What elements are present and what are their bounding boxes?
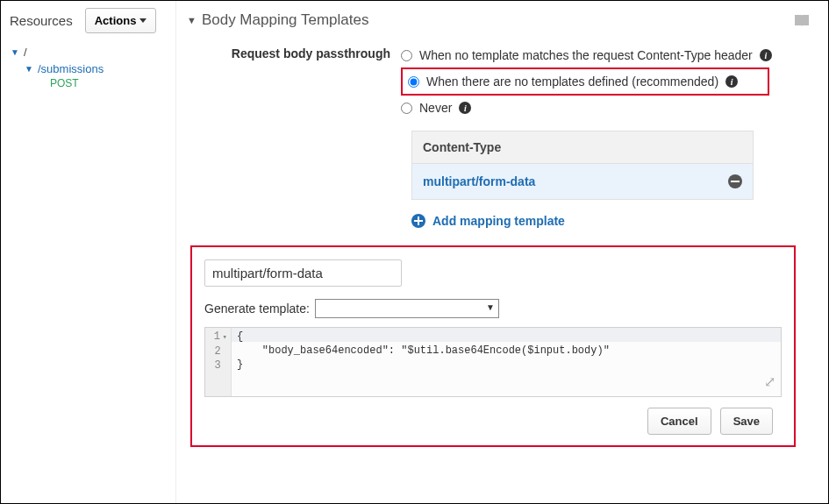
generate-template-select[interactable] (315, 299, 499, 318)
actions-button[interactable]: Actions (85, 8, 157, 33)
option-label: When no template matches the request Con… (419, 48, 753, 62)
chevron-down-icon: ▼ (187, 15, 197, 25)
tree-root-row[interactable]: ▼ / (10, 44, 167, 60)
sidebar-header: Resources Actions (10, 8, 167, 33)
content-type-header: Content-Type (412, 131, 753, 164)
info-icon[interactable]: i (459, 102, 471, 114)
app-frame: Resources Actions ▼ / ▼ /submissions POS… (0, 0, 829, 504)
add-mapping-label: Add mapping template (432, 214, 565, 228)
tree-method-label[interactable]: POST (10, 77, 167, 89)
add-mapping-template[interactable]: Add mapping template (411, 214, 812, 228)
docs-icon[interactable] (793, 13, 811, 32)
code-editor[interactable]: 1▾ 2 3 { "body_base64encoded": "$util.ba… (204, 327, 782, 397)
radio-input[interactable] (401, 50, 412, 61)
info-icon[interactable]: i (760, 49, 772, 61)
content-type-input[interactable] (204, 259, 402, 287)
generate-template-row: Generate template: (204, 299, 782, 318)
save-button[interactable]: Save (720, 408, 773, 435)
radio-input[interactable] (401, 103, 412, 114)
passthrough-label: Request body passthrough (225, 45, 401, 60)
passthrough-options: When no template matches the request Con… (401, 45, 812, 118)
option-label: When there are no templates defined (rec… (426, 75, 718, 89)
generate-template-label: Generate template: (204, 302, 310, 316)
chevron-down-icon (139, 18, 147, 23)
tree-child-label: /submissions (38, 62, 104, 75)
editor-code[interactable]: { "body_base64encoded": "$util.base64Enc… (232, 328, 781, 396)
content-type-value: multipart/form-data (423, 174, 535, 188)
section-title: Body Mapping Templates (202, 11, 369, 29)
twisty-icon[interactable]: ▼ (24, 64, 34, 74)
section-header[interactable]: ▼ Body Mapping Templates (182, 11, 812, 29)
tree-root-label: / (24, 46, 27, 59)
passthrough-block: Request body passthrough When no templat… (182, 45, 812, 118)
twisty-icon[interactable]: ▼ (10, 47, 20, 57)
cancel-button[interactable]: Cancel (647, 408, 711, 435)
expand-icon[interactable]: ⤢ (764, 373, 775, 391)
content-type-row[interactable]: multipart/form-data (412, 164, 753, 199)
content-type-table: Content-Type multipart/form-data (411, 131, 754, 200)
main-panel: ▼ Body Mapping Templates Request body pa… (176, 1, 828, 503)
radio-input[interactable] (408, 76, 419, 88)
sidebar-title: Resources (10, 13, 73, 28)
resource-tree: ▼ / ▼ /submissions POST (10, 44, 167, 89)
passthrough-option-1[interactable]: When there are no templates defined (rec… (401, 67, 769, 96)
option-label: Never (419, 101, 452, 115)
resources-sidebar: Resources Actions ▼ / ▼ /submissions POS… (1, 1, 176, 503)
passthrough-option-2[interactable]: Never i (401, 97, 812, 118)
template-editor-block: Generate template: 1▾ 2 3 { "body_base64… (190, 245, 796, 447)
plus-icon[interactable] (411, 214, 425, 228)
info-icon[interactable]: i (725, 75, 738, 88)
passthrough-option-0[interactable]: When no template matches the request Con… (401, 45, 812, 66)
editor-gutter: 1▾ 2 3 (205, 328, 232, 396)
tree-child-row[interactable]: ▼ /submissions (10, 60, 167, 77)
actions-button-label: Actions (95, 14, 137, 27)
remove-icon[interactable] (728, 174, 742, 188)
editor-buttons: Cancel Save (204, 408, 782, 435)
